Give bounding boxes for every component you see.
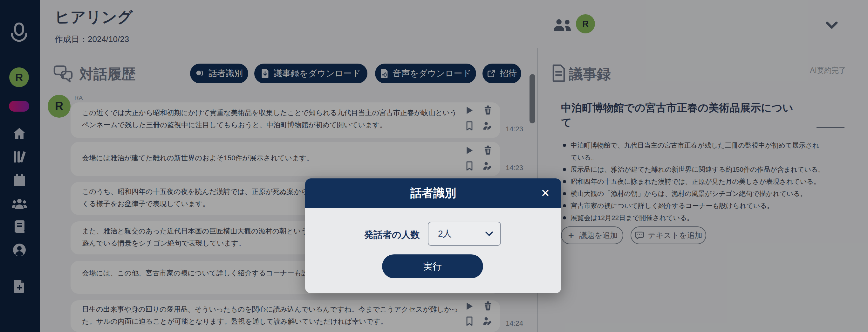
select-value: 2人 <box>438 222 452 245</box>
chevron-down-icon <box>485 231 493 237</box>
modal-title: 話者識別 <box>305 178 561 208</box>
speaker-count-select[interactable]: 2人 <box>428 222 501 246</box>
modal-header: 話者識別 ✕ <box>305 178 561 208</box>
close-icon[interactable]: ✕ <box>541 187 550 200</box>
speaker-id-modal: 話者識別 ✕ 発話者の人数 2人 実行 <box>305 178 561 293</box>
speaker-count-label: 発話者の人数 <box>364 229 420 241</box>
execute-button[interactable]: 実行 <box>382 254 483 278</box>
app-root: R <box>0 0 868 332</box>
